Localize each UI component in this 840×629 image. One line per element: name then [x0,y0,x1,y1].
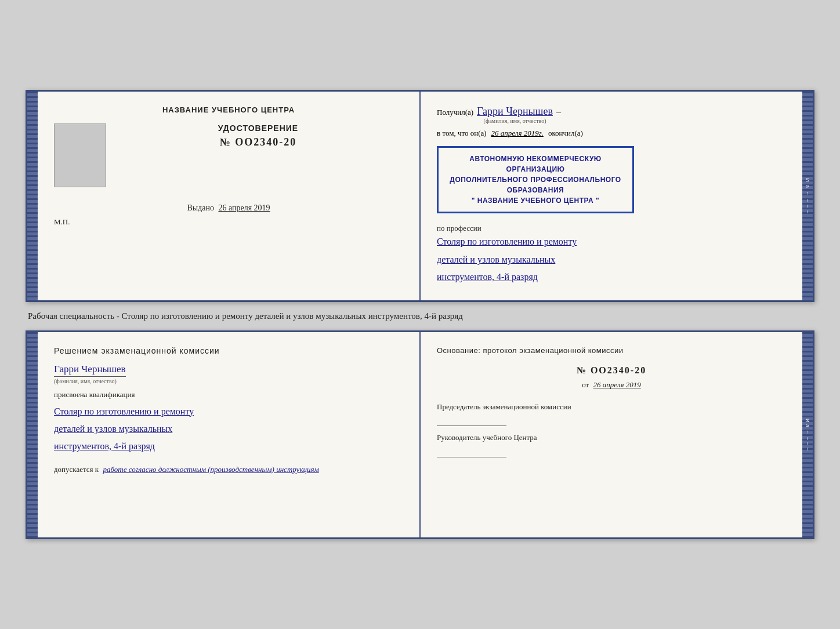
issued-date: 26 апреля 2019 [218,203,270,212]
spine-left [27,92,38,300]
spine-text-d1: – [805,199,810,202]
spine-И: И [805,419,810,422]
top-center-title: НАЗВАНИЕ УЧЕБНОГО ЦЕНТРА [162,106,295,114]
spine-d6: – [805,448,810,450]
spine-right-top: И а ← – – – [802,92,813,300]
cert-number: № OO2340-20 [220,136,297,148]
okончil: окончил(а) [548,129,583,138]
decision-name-group: Гарри Чернышев (фамилия, имя, отчество) [54,363,403,384]
qual-line3: инструментов, 4-й разряд [54,438,403,455]
issued-line: Выдано 26 апреля 2019 [187,203,270,213]
decision-qualification: Столяр по изготовлению и ремонту деталей… [54,403,403,456]
name-group: Гарри Чернышев (фамилия, имя, отчество) [477,106,553,124]
vtom-line: в том, что он(а) 26 апреля 2019г. окончи… [437,129,786,138]
specialty-label: Рабочая специальность - Столяр по изгото… [28,311,814,321]
allow-text: работе согласно должностным (производств… [103,465,318,474]
spine-a: а [805,424,810,427]
stamp-line3: " НАЗВАНИЕ УЧЕБНОГО ЦЕНТРА " [448,195,623,206]
basis-title: Основание: протокол экзаменационной коми… [437,346,786,355]
decision-fio-label: (фамилия, имя, отчество) [54,378,403,384]
bottom-left-panel: Решением экзаменационной комиссии Гарри … [38,332,421,537]
spine-text-a: а [805,185,810,188]
spine-d4: – [805,437,810,440]
top-document: НАЗВАНИЕ УЧЕБНОГО ЦЕНТРА УДОСТОВЕРЕНИЕ №… [26,90,814,301]
spine-text-d3: – [805,210,810,214]
specialty-text: Рабочая специальность - Столяр по изгото… [28,311,463,321]
top-left-panel: НАЗВАНИЕ УЧЕБНОГО ЦЕНТРА УДОСТОВЕРЕНИЕ №… [38,92,421,300]
issued-label: Выдано [187,203,214,212]
received-line: Получил(а) Гарри Чернышев (фамилия, имя,… [437,106,786,124]
vtom-prefix: в том, что он(а) [437,129,487,138]
stamp-box: АВТОНОМНУЮ НЕКОММЕРЧЕСКУЮ ОРГАНИЗАЦИЮ ДО… [437,146,634,213]
qual-line2: деталей и узлов музыкальных [54,420,403,438]
dash1: – [556,107,561,117]
date-value: 26 апреля 2019 [593,380,641,389]
chairman-block: Председатель экзаменационной комиссии [437,401,786,427]
stamp-line1: АВТОНОМНУЮ НЕКОММЕРЧЕСКУЮ ОРГАНИЗАЦИЮ [448,154,623,174]
received-prefix: Получил(а) [437,108,473,117]
profession-text: Столяр по изготовлению и ремонту деталей… [437,233,786,286]
spine-text-d2: – [805,205,810,208]
allow-block: допускается к работе согласно должностны… [54,465,403,474]
director-title: Руководитель учебного Центра [437,432,786,443]
vtom-date: 26 апреля 2019г. [491,129,544,138]
spine-arrow2: ← [805,430,810,435]
profession-line1: Столяр по изготовлению и ремонту [437,233,786,250]
spine-d5: – [805,442,810,445]
date-prefix: от [582,380,589,389]
chairman-title: Председатель экзаменационной комиссии [437,401,786,413]
basis-number: № OO2340-20 [437,365,786,376]
bottom-right-panel: Основание: протокол экзаменационной коми… [421,332,802,537]
spine-right-bottom: И а ← – – – [802,332,813,537]
profession-label: по профессии [437,224,786,233]
cert-main-title: УДОСТОВЕРЕНИЕ [218,123,298,133]
director-block: Руководитель учебного Центра [437,432,786,457]
spine-text-arrow: ← [805,191,810,197]
allow-prefix: допускается к [54,465,99,474]
recipient-name: Гарри Чернышев [477,106,553,118]
spine-text-И: И [805,178,810,182]
spine-left-bottom [27,332,38,537]
chairman-signature-line [437,415,506,426]
profession-line2: деталей и узлов музыкальных [437,251,786,268]
qual-line1: Столяр по изготовлению и ремонту [54,403,403,420]
decision-assigned: присвоена квалификация [54,390,403,399]
decision-title: Решением экзаменационной комиссии [54,346,403,355]
fio-label: (фамилия, имя, отчество) [484,118,546,124]
basis-date: от 26 апреля 2019 [437,380,786,390]
director-signature-line [437,446,506,457]
top-right-panel: Получил(а) Гарри Чернышев (фамилия, имя,… [421,92,802,300]
cert-photo [54,123,106,187]
bottom-document: Решением экзаменационной комиссии Гарри … [26,330,814,539]
stamp-line2: ДОПОЛНИТЕЛЬНОГО ПРОФЕССИОНАЛЬНОГО ОБРАЗО… [448,174,623,195]
mp-label: М.П. [54,217,70,227]
decision-name: Гарри Чернышев [54,363,126,377]
profession-line3: инструментов, 4-й разряд [437,268,786,286]
